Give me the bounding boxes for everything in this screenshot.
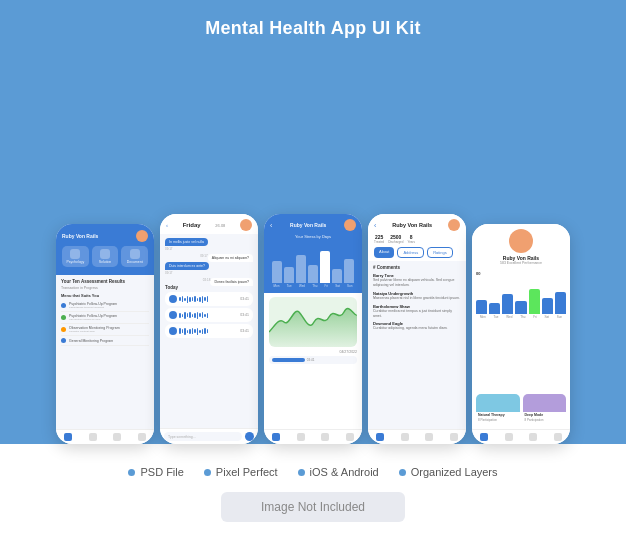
bar-wed <box>296 255 306 283</box>
page-container: Mental Health App UI Kit Ruby Von Rails … <box>0 0 626 544</box>
phone5-cards: Natural Therapy 8 Participation Deep Mod… <box>472 391 570 429</box>
phone5-inner: Ruby Von Rails 583 Excellent Performance… <box>472 224 570 444</box>
address-button[interactable]: Address <box>397 247 424 258</box>
solution-icon <box>100 249 110 259</box>
phone1-username: Ruby Von Rails <box>62 233 98 239</box>
phone2-header: ‹ Friday 26.08 <box>160 214 258 234</box>
bar-fri <box>320 251 330 283</box>
p5-bar-sun <box>555 292 566 314</box>
phone5-avatar <box>509 229 533 253</box>
feature-dot-organized <box>399 469 406 476</box>
stress-bar-chart <box>270 243 356 283</box>
bar-sun <box>344 259 354 283</box>
waveform-3 <box>179 327 238 335</box>
nav3-home[interactable] <box>272 433 280 441</box>
nav3-calendar[interactable] <box>321 433 329 441</box>
phone1-inner: Ruby Von Rails Psychology Solution <box>56 224 154 444</box>
nav4-filter[interactable] <box>401 433 409 441</box>
nav5-calendar[interactable] <box>529 433 537 441</box>
nav3-filter[interactable] <box>297 433 305 441</box>
play-button-2[interactable] <box>169 311 177 319</box>
phone4-header: ‹ Ruby Von Rails 225 Treated 2500 Discha… <box>368 214 466 261</box>
play-button-1[interactable] <box>169 295 177 303</box>
voice-duration-2: 03:41 <box>240 313 249 317</box>
phone5-bottom-nav <box>472 429 570 444</box>
chat-day: Friday <box>183 222 201 228</box>
bar-tue <box>284 267 294 283</box>
ratings-button[interactable]: Ratings <box>427 247 453 258</box>
nav4-home[interactable] <box>376 433 384 441</box>
page-header: Mental Health App UI Kit <box>0 0 626 49</box>
comment-4: Desmond Eagle Curabitur adipiscing, agen… <box>373 321 461 331</box>
menu-item-4[interactable]: General Monitoring Program <box>61 336 149 346</box>
phone3-username: Ruby Von Rails <box>290 222 326 228</box>
phone4-bottom-nav <box>368 429 466 444</box>
card-natural-therapy[interactable]: Natural Therapy 8 Participation <box>476 394 520 426</box>
p5-chart-days: Mon Tue Wed Thu Fri Sat Sun <box>476 315 566 319</box>
phone3-header: ‹ Ruby Von Rails Your Stress by Days <box>264 214 362 293</box>
card-deep-mode[interactable]: Deep Mode 8 Participation <box>523 394 567 426</box>
comment-3: Bartholomew Shaw Curabitur medica est te… <box>373 304 461 319</box>
stat-years: 8 Years <box>407 234 415 244</box>
phone2-header-row: ‹ Friday 26.08 <box>166 219 252 231</box>
phone3-inner: ‹ Ruby Von Rails Your Stress by Days <box>264 214 362 444</box>
p5-bar-wed <box>502 294 513 314</box>
nav4-profile[interactable] <box>450 433 458 441</box>
phone1-top: Ruby Von Rails Psychology Solution <box>56 224 154 275</box>
menu-item-2[interactable]: Psychiatric Follow-Up Program Sed pretiu… <box>61 312 149 324</box>
feature-label-organized: Organized Layers <box>411 466 498 478</box>
nav-home[interactable] <box>64 433 72 441</box>
phone4-avatar <box>448 219 460 231</box>
nav5-filter[interactable] <box>505 433 513 441</box>
nav-calendar[interactable] <box>113 433 121 441</box>
phone4-back[interactable]: ‹ <box>374 222 376 229</box>
feature-label-ios: iOS & Android <box>310 466 379 478</box>
voice-duration-1: 03:41 <box>240 297 249 301</box>
nav3-profile[interactable] <box>346 433 354 441</box>
menu-dot-3 <box>61 327 66 332</box>
send-button[interactable] <box>245 432 254 441</box>
feature-label-psd: PSD File <box>140 466 183 478</box>
feature-pixel: Pixel Perfect <box>204 466 278 478</box>
phone4-inner: ‹ Ruby Von Rails 225 Treated 2500 Discha… <box>368 214 466 444</box>
phone2-avatar <box>240 219 252 231</box>
phone4-body: # Comments Barry Tone Sed pulvinar liber… <box>368 261 466 429</box>
voice-duration-3: 03:41 <box>240 329 249 333</box>
stat-discharged: 2500 Discharged <box>388 234 403 244</box>
chat-msg-2: Aliquam eu mi aliquam? 09:17 <box>165 254 253 258</box>
voice-message-1[interactable]: 03:41 <box>165 292 253 306</box>
stat-treated: 225 Treated <box>374 234 384 244</box>
play-button-3[interactable] <box>169 327 177 335</box>
nav-profile[interactable] <box>138 433 146 441</box>
chat-input-area: Type something... <box>160 428 258 444</box>
feature-organized: Organized Layers <box>399 466 498 478</box>
voice-message-2[interactable]: 03:41 <box>165 308 253 322</box>
nav-filter[interactable] <box>89 433 97 441</box>
voice-message-3[interactable]: 03:41 <box>165 324 253 338</box>
phone3-back[interactable]: ‹ <box>270 222 272 229</box>
chat-date: 26.08 <box>215 223 225 228</box>
chat-input[interactable]: Type something... <box>164 432 242 441</box>
phone2-inner: ‹ Friday 26.08 In mollis justo vel nulla… <box>160 214 258 444</box>
phone5-role: 583 Excellent Performance <box>500 261 542 265</box>
phone-profile-comments: ‹ Ruby Von Rails 225 Treated 2500 Discha… <box>368 214 466 444</box>
menu-item-1[interactable]: Psychiatric Follow-Up Program Pellentesq… <box>61 300 149 312</box>
chat-area[interactable]: In mollis justo vel nulla 09:17 Aliquam … <box>160 234 258 428</box>
nav5-home[interactable] <box>480 433 488 441</box>
natural-therapy-image <box>476 394 520 412</box>
deep-mode-image <box>523 394 567 412</box>
menu-item-3[interactable]: Observation Monitoring Program Curabitur… <box>61 324 149 336</box>
bar-sat <box>332 269 342 283</box>
document-icon <box>130 249 140 259</box>
phone-charts: ‹ Ruby Von Rails Your Stress by Days <box>264 214 362 444</box>
chat-msg-4: Donec facilisis ipsum? 02:18 <box>165 278 253 282</box>
feature-ios: iOS & Android <box>298 466 379 478</box>
phone4-username: Ruby Von Rails <box>392 222 432 228</box>
image-not-included-label: Image Not Included <box>221 492 405 522</box>
chart-title: Your Stress by Days <box>270 234 356 239</box>
back-arrow[interactable]: ‹ <box>166 222 168 228</box>
nav5-profile[interactable] <box>554 433 562 441</box>
about-button[interactable]: About <box>374 247 394 258</box>
nav4-calendar[interactable] <box>425 433 433 441</box>
line-chart <box>269 297 357 347</box>
